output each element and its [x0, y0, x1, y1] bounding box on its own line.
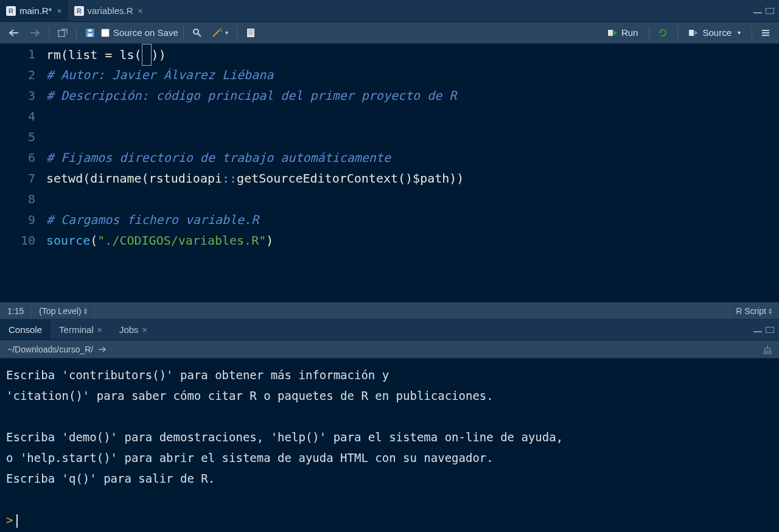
- svg-line-9: [198, 33, 201, 37]
- cursor-position[interactable]: 1:15: [0, 303, 32, 319]
- maximize-pane-icon[interactable]: [766, 327, 774, 333]
- forward-icon[interactable]: [26, 26, 44, 40]
- editor-status-bar: 1:15 (Top Level) ▴▾ R Script ▴▾: [0, 303, 779, 320]
- close-icon[interactable]: ×: [97, 325, 102, 335]
- clear-console-icon[interactable]: [762, 345, 773, 354]
- source-button[interactable]: Source ▾: [683, 25, 747, 40]
- svg-rect-6: [88, 33, 93, 37]
- back-icon[interactable]: [5, 26, 23, 40]
- show-in-new-window-icon[interactable]: [54, 26, 71, 40]
- editor-tab-bar: R main.R* × R variables.R ×: [0, 0, 779, 22]
- pane-window-controls: [753, 327, 774, 333]
- pane-window-controls: [753, 8, 774, 14]
- find-icon[interactable]: [189, 26, 206, 40]
- code-tools-icon[interactable]: ▾: [208, 26, 232, 40]
- r-file-icon: R: [74, 6, 84, 16]
- outline-icon[interactable]: [757, 26, 774, 40]
- separator: [677, 27, 678, 39]
- working-directory[interactable]: ~/Downloads/curso_R/: [7, 345, 93, 354]
- separator: [752, 27, 752, 39]
- svg-rect-19: [689, 30, 694, 36]
- updown-icon: ▴▾: [84, 307, 87, 315]
- close-icon[interactable]: ×: [57, 6, 61, 16]
- save-icon[interactable]: [82, 26, 99, 40]
- editor-toolbar: Source on Save ▾ Run Source ▾: [0, 22, 779, 44]
- source-on-save-checkbox[interactable]: Source on Save: [101, 27, 178, 38]
- svg-line-10: [213, 30, 219, 37]
- tab-main-r[interactable]: R main.R* ×: [0, 0, 68, 21]
- tab-label: main.R*: [19, 5, 52, 16]
- code-content: rm(list = ls( )) # Autor: Javier Álvarez…: [43, 44, 779, 303]
- close-icon[interactable]: ×: [138, 6, 143, 16]
- source-icon: [689, 29, 699, 37]
- language-selector[interactable]: R Script ▴▾: [728, 303, 779, 319]
- console-tab-bar: Console Terminal × Jobs ×: [0, 320, 779, 340]
- run-icon: [608, 29, 618, 37]
- svg-point-12: [221, 30, 222, 32]
- svg-point-11: [219, 29, 220, 30]
- separator: [649, 27, 649, 39]
- tab-label: variables.R: [88, 5, 133, 16]
- editor-pane: R main.R* × R variables.R × Source on Sa…: [0, 0, 779, 320]
- svg-rect-18: [608, 30, 613, 36]
- close-icon[interactable]: ×: [142, 325, 147, 335]
- console-pane: Console Terminal × Jobs × ~/Downloads/cu…: [0, 320, 779, 532]
- separator: [49, 27, 49, 39]
- svg-point-8: [194, 29, 198, 34]
- run-button[interactable]: Run: [602, 25, 645, 40]
- code-editor[interactable]: 1 2 3 4 5 6 7 8 9 10 rm(list = ls( )) # …: [0, 44, 779, 303]
- minimize-pane-icon[interactable]: [753, 331, 762, 332]
- separator: [237, 27, 237, 39]
- rerun-icon[interactable]: [654, 26, 672, 40]
- svg-point-13: [220, 28, 222, 29]
- tab-terminal[interactable]: Terminal ×: [51, 320, 111, 340]
- console-path-bar: ~/Downloads/curso_R/: [0, 340, 779, 359]
- svg-text:R: R: [77, 7, 82, 15]
- compile-report-icon[interactable]: [242, 26, 259, 40]
- go-to-directory-icon[interactable]: [98, 346, 107, 353]
- separator: [76, 27, 77, 39]
- maximize-pane-icon[interactable]: [766, 8, 774, 14]
- separator: [183, 27, 184, 39]
- line-gutter: 1 2 3 4 5 6 7 8 9 10: [0, 44, 43, 303]
- svg-rect-14: [247, 29, 254, 37]
- minimize-pane-icon[interactable]: [753, 12, 762, 13]
- cursor-icon: [16, 514, 18, 528]
- tab-jobs[interactable]: Jobs ×: [111, 320, 156, 340]
- console-prompt: >: [6, 513, 13, 527]
- updown-icon: ▴▾: [769, 307, 772, 315]
- console-output[interactable]: Escriba 'contributors()' para obtener má…: [0, 359, 779, 532]
- r-file-icon: R: [6, 6, 16, 16]
- svg-rect-7: [88, 29, 92, 32]
- svg-text:R: R: [9, 7, 13, 15]
- tab-variables-r[interactable]: R variables.R ×: [68, 0, 149, 21]
- scope-selector[interactable]: (Top Level) ▴▾: [32, 303, 94, 319]
- svg-rect-4: [58, 30, 65, 37]
- tab-console[interactable]: Console: [0, 320, 51, 340]
